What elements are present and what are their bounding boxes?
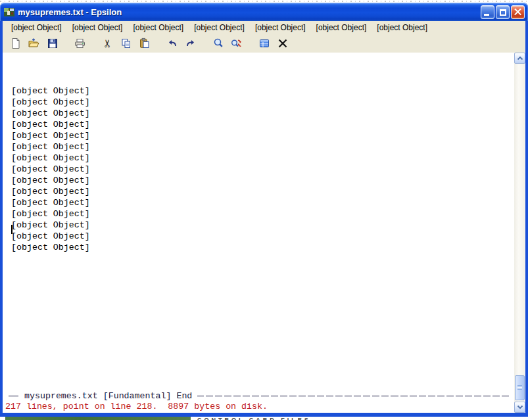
text-line[interactable]: [object Object] bbox=[11, 220, 514, 231]
buffer-list-icon bbox=[258, 37, 270, 49]
app-icon[interactable] bbox=[4, 7, 14, 17]
epsilon-window: mysupremes.txt - Epsilon [object Object]… bbox=[0, 3, 528, 417]
cut-icon: ✂ bbox=[103, 39, 113, 47]
text-line[interactable]: [object Object] bbox=[11, 97, 514, 108]
menu-bar: [object Object][object Object][object Ob… bbox=[3, 21, 525, 34]
status-message: 217 lines, point on line 218. 8897 bytes… bbox=[3, 401, 514, 412]
scroll-up-button[interactable] bbox=[514, 53, 525, 64]
minimize-button[interactable] bbox=[481, 5, 494, 19]
text-line[interactable]: [object Object] bbox=[11, 108, 514, 119]
modeline-text: mysupremes.txt [Fundamental] End bbox=[18, 391, 197, 401]
text-pane[interactable]: [object Object][object Object][object Ob… bbox=[3, 53, 514, 413]
search-replace-button[interactable] bbox=[229, 36, 244, 51]
modeline-dash-fill bbox=[197, 396, 511, 396]
menu-item[interactable]: [object Object] bbox=[311, 22, 372, 34]
search-icon bbox=[212, 37, 224, 49]
mode-line: mysupremes.txt [Fundamental] End bbox=[3, 391, 514, 401]
menu-item[interactable]: [object Object] bbox=[67, 22, 128, 34]
chevron-up-icon bbox=[517, 56, 523, 60]
window-frame: [object Object][object Object][object Ob… bbox=[0, 21, 528, 417]
menu-item[interactable]: [object Object] bbox=[189, 22, 250, 34]
menu-item[interactable]: [object Object] bbox=[128, 22, 189, 34]
text-line[interactable]: [object Object] bbox=[11, 175, 514, 186]
delete-x-icon bbox=[277, 37, 289, 49]
chevron-down-icon bbox=[517, 405, 523, 409]
title-bar[interactable]: mysupremes.txt - Epsilon bbox=[0, 3, 528, 21]
maximize-button[interactable] bbox=[496, 5, 510, 19]
open-folder-icon bbox=[28, 37, 40, 49]
undo-button[interactable] bbox=[164, 36, 180, 51]
background-text-fragments bbox=[0, 1, 528, 2]
vertical-scrollbar[interactable] bbox=[514, 53, 525, 413]
delete-button[interactable] bbox=[275, 36, 290, 51]
scrollbar-thumb[interactable] bbox=[515, 375, 525, 400]
menu-item[interactable]: [object Object] bbox=[250, 22, 311, 34]
window-controls bbox=[481, 5, 525, 19]
text-cursor bbox=[11, 225, 12, 234]
text-line[interactable]: [object Object] bbox=[11, 130, 514, 141]
text-line[interactable]: [object Object] bbox=[11, 197, 514, 208]
background-window-title-fragment: CONTROL CARD FILES bbox=[197, 417, 311, 420]
new-file-icon bbox=[10, 37, 22, 49]
new-file-button[interactable] bbox=[8, 36, 23, 51]
open-button[interactable] bbox=[26, 36, 41, 51]
close-icon bbox=[512, 6, 524, 18]
screen: CONTROL CARD FILES mysupremes.txt - Epsi… bbox=[0, 0, 528, 420]
menu-item[interactable]: [object Object] bbox=[6, 22, 67, 34]
search-replace-icon bbox=[230, 37, 243, 49]
desktop-fragment bbox=[5, 417, 191, 420]
paste-button[interactable] bbox=[137, 36, 152, 51]
paste-icon bbox=[139, 37, 151, 49]
save-icon bbox=[47, 37, 59, 49]
text-line[interactable]: [object Object] bbox=[11, 164, 514, 175]
close-button[interactable] bbox=[511, 5, 525, 19]
window-title: mysupremes.txt - Epsilon bbox=[18, 7, 477, 17]
text-line[interactable]: [object Object] bbox=[11, 152, 514, 164]
text-line[interactable]: [object Object] bbox=[11, 208, 514, 220]
copy-button[interactable] bbox=[118, 36, 133, 51]
text-line[interactable]: [object Object] bbox=[11, 242, 514, 253]
menu-item[interactable]: [object Object] bbox=[372, 22, 433, 34]
copy-icon bbox=[120, 37, 132, 49]
cut-button[interactable]: ✂ bbox=[100, 36, 115, 51]
maximize-icon bbox=[500, 9, 506, 16]
background-bottom-strip: CONTROL CARD FILES bbox=[0, 417, 528, 420]
text-line[interactable]: [object Object] bbox=[11, 186, 514, 197]
scroll-down-button[interactable] bbox=[514, 402, 525, 413]
search-button[interactable] bbox=[210, 36, 226, 51]
modeline-dash bbox=[9, 396, 18, 396]
print-button[interactable] bbox=[72, 36, 87, 51]
minimize-icon bbox=[484, 14, 489, 16]
redo-button[interactable] bbox=[183, 36, 198, 51]
text-line[interactable]: [object Object] bbox=[11, 231, 514, 242]
text-line[interactable]: [object Object] bbox=[11, 141, 514, 152]
toolbar: ✂ bbox=[3, 34, 525, 53]
undo-icon bbox=[166, 37, 178, 49]
redo-icon bbox=[185, 37, 197, 49]
editor-footer: mysupremes.txt [Fundamental] End 217 lin… bbox=[3, 391, 514, 412]
buffer-list-button[interactable] bbox=[256, 36, 272, 51]
save-button[interactable] bbox=[45, 36, 60, 51]
text-line[interactable]: [object Object] bbox=[11, 85, 514, 97]
text-line[interactable]: [object Object] bbox=[11, 119, 514, 130]
cursor-line bbox=[11, 223, 12, 235]
editor-area[interactable]: [object Object][object Object][object Ob… bbox=[3, 53, 525, 413]
print-icon bbox=[74, 37, 86, 49]
